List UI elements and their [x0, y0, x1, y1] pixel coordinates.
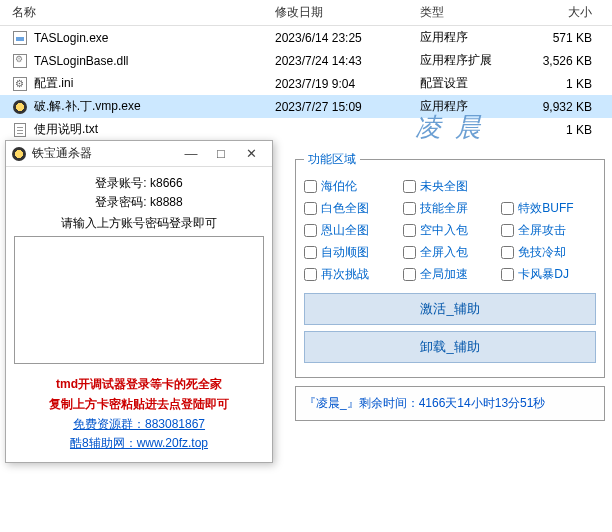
file-header-row: 名称 修改日期 类型 大小 — [0, 0, 612, 26]
login-title: 铁宝通杀器 — [32, 145, 92, 162]
checkbox-input[interactable] — [304, 180, 317, 193]
function-legend: 功能区域 — [304, 151, 360, 168]
checkbox-input[interactable] — [403, 202, 416, 215]
file-date: 2023/6/14 23:25 — [275, 31, 420, 45]
activate-button[interactable]: 激活_辅助 — [304, 293, 596, 325]
checkbox-input[interactable] — [501, 246, 514, 259]
cheat-title: 凌 晨 — [295, 110, 605, 145]
checkbox-input[interactable] — [304, 202, 317, 215]
checkbox-label: 海伯伦 — [321, 178, 357, 195]
checkbox-label: 未央全图 — [420, 178, 468, 195]
checkbox-label: 免技冷却 — [518, 244, 566, 261]
checkbox-label: 自动顺图 — [321, 244, 369, 261]
file-name: TASLogin.exe — [34, 31, 109, 45]
checkbox-input[interactable] — [403, 224, 416, 237]
checkbox-label: 白色全图 — [321, 200, 369, 217]
close-button[interactable]: ✕ — [236, 146, 266, 161]
warning-text-2: 复制上方卡密粘贴进去点登陆即可 — [14, 394, 264, 414]
file-name: 破.解.补.丁.vmp.exe — [34, 98, 141, 115]
checkbox-input[interactable] — [403, 246, 416, 259]
function-area: 功能区域 海伯伦未央全图x白色全图技能全屏特效BUFF恩山全图空中入包全屏攻击自… — [295, 151, 605, 378]
checkbox-label: 全局加速 — [420, 266, 468, 283]
file-name: 配置.ini — [34, 75, 73, 92]
website-link[interactable]: 酷8辅助网：www.20fz.top — [14, 435, 264, 452]
feature-checkbox[interactable]: 再次挑战 — [304, 266, 399, 283]
file-row[interactable]: TASLoginBase.dll2023/7/24 14:43应用程序扩展3,5… — [0, 49, 612, 72]
file-icon — [12, 53, 28, 69]
header-date[interactable]: 修改日期 — [275, 4, 420, 21]
warning-text-1: tmd开调试器登录等卡的死全家 — [14, 374, 264, 394]
file-size: 571 KB — [520, 31, 600, 45]
file-type: 应用程序 — [420, 29, 520, 46]
cheat-panel: 凌 晨 功能区域 海伯伦未央全图x白色全图技能全屏特效BUFF恩山全图空中入包全… — [295, 110, 605, 421]
maximize-button[interactable]: □ — [206, 146, 236, 161]
file-name: TASLoginBase.dll — [34, 54, 129, 68]
file-icon — [12, 122, 28, 138]
checkbox-input[interactable] — [501, 268, 514, 281]
checkbox-input[interactable] — [501, 224, 514, 237]
checkbox-input[interactable] — [403, 180, 416, 193]
feature-checkbox[interactable]: 技能全屏 — [403, 200, 498, 217]
feature-checkbox[interactable]: 全屏入包 — [403, 244, 498, 261]
checkbox-label: 技能全屏 — [420, 200, 468, 217]
feature-checkbox[interactable]: 全屏攻击 — [501, 222, 596, 239]
account-line: 登录账号: k8666 — [14, 175, 264, 192]
login-titlebar[interactable]: 铁宝通杀器 — □ ✕ — [6, 141, 272, 167]
feature-checkbox[interactable]: 恩山全图 — [304, 222, 399, 239]
file-type: 应用程序扩展 — [420, 52, 520, 69]
password-line: 登录密码: k8888 — [14, 194, 264, 211]
file-row[interactable]: TASLogin.exe2023/6/14 23:25应用程序571 KB — [0, 26, 612, 49]
feature-checkbox[interactable]: 全局加速 — [403, 266, 498, 283]
checkbox-input[interactable] — [304, 224, 317, 237]
unload-button[interactable]: 卸载_辅助 — [304, 331, 596, 363]
file-type: 配置设置 — [420, 75, 520, 92]
file-size: 1 KB — [520, 77, 600, 91]
file-row[interactable]: 配置.ini2023/7/19 9:04配置设置1 KB — [0, 72, 612, 95]
feature-checkbox[interactable]: 特效BUFF — [501, 200, 596, 217]
feature-checkbox[interactable]: 未央全图 — [403, 178, 498, 195]
credential-input[interactable] — [14, 236, 264, 364]
feature-checkbox[interactable]: 卡风暴DJ — [501, 266, 596, 283]
login-hint: 请输入上方账号密码登录即可 — [14, 215, 264, 232]
file-icon — [12, 76, 28, 92]
file-date: 2023/7/19 9:04 — [275, 77, 420, 91]
checkbox-label: 特效BUFF — [518, 200, 573, 217]
file-size: 3,526 KB — [520, 54, 600, 68]
feature-checkbox[interactable]: 空中入包 — [403, 222, 498, 239]
resource-group-link[interactable]: 免费资源群：883081867 — [14, 416, 264, 433]
checkbox-input[interactable] — [304, 268, 317, 281]
file-icon — [12, 30, 28, 46]
checkbox-input[interactable] — [304, 246, 317, 259]
file-date: 2023/7/24 14:43 — [275, 54, 420, 68]
login-content: 登录账号: k8666 登录密码: k8888 请输入上方账号密码登录即可 tm… — [6, 167, 272, 462]
file-name: 使用说明.txt — [34, 121, 98, 138]
checkbox-label: 全屏攻击 — [518, 222, 566, 239]
login-window: 铁宝通杀器 — □ ✕ 登录账号: k8666 登录密码: k8888 请输入上… — [5, 140, 273, 463]
feature-checkbox[interactable]: 白色全图 — [304, 200, 399, 217]
checkbox-label: 全屏入包 — [420, 244, 468, 261]
checkbox-input[interactable] — [501, 202, 514, 215]
feature-checkbox[interactable]: 免技冷却 — [501, 244, 596, 261]
checkbox-label: 再次挑战 — [321, 266, 369, 283]
header-type[interactable]: 类型 — [420, 4, 520, 21]
checkbox-input[interactable] — [403, 268, 416, 281]
file-icon — [12, 99, 28, 115]
checkbox-label: 卡风暴DJ — [518, 266, 569, 283]
checkbox-label: 空中入包 — [420, 222, 468, 239]
checkbox-label: 恩山全图 — [321, 222, 369, 239]
app-icon — [12, 147, 26, 161]
minimize-button[interactable]: — — [176, 146, 206, 161]
header-name[interactable]: 名称 — [0, 4, 275, 21]
header-size[interactable]: 大小 — [520, 4, 600, 21]
feature-checkbox[interactable]: 自动顺图 — [304, 244, 399, 261]
status-box: 『凌晨_』剩余时间：4166天14小时13分51秒 — [295, 386, 605, 421]
feature-checkbox[interactable]: 海伯伦 — [304, 178, 399, 195]
